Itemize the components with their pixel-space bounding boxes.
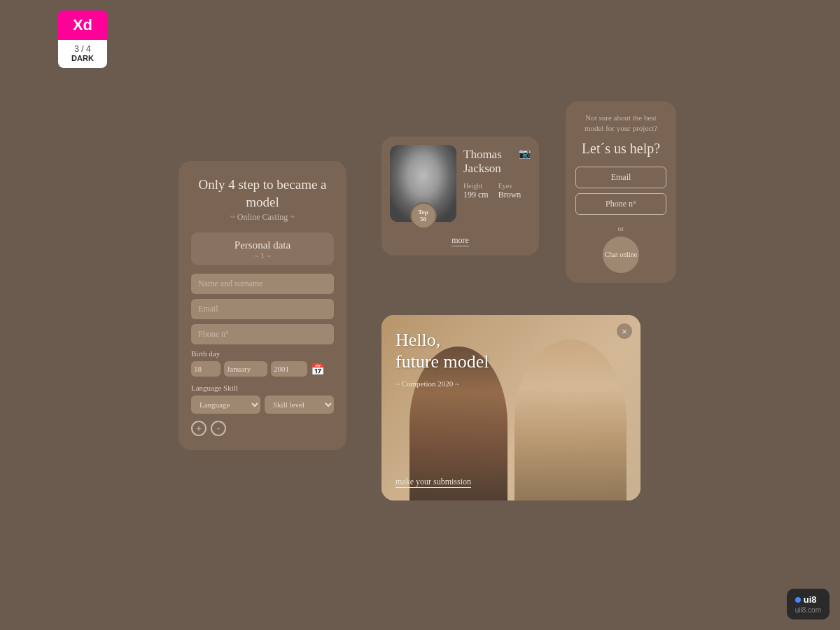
year-select[interactable]: 2001 [271, 361, 307, 377]
section-header: Personal data ~ 1 ~ [191, 232, 334, 265]
email-button[interactable]: Email [575, 167, 666, 188]
banner-title: Hello, future model [396, 329, 489, 372]
eyes-label: Eyes [498, 182, 522, 190]
remove-language-button[interactable]: - [211, 421, 226, 436]
birthday-label: Birth day [191, 349, 334, 358]
model-stats: Height 199 cm Eyes Brown [463, 182, 531, 200]
banner-content: Hello, future model ~ Competion 2020 ~ [396, 329, 489, 388]
add-language-button[interactable]: + [191, 421, 206, 436]
form-subtitle: ~ Online Casting ~ [191, 212, 334, 223]
model-name: Thomas Jackson [463, 148, 519, 176]
ui8-watermark: ui8 uil8.com [787, 589, 830, 620]
ui8-top: ui8 [795, 594, 821, 605]
ui8-text: ui8 [804, 594, 817, 605]
chat-button[interactable]: Chat online [603, 237, 639, 273]
xd-icon: Xd [58, 10, 107, 40]
ui8-dot-icon [795, 597, 801, 603]
name-input[interactable] [191, 274, 334, 294]
section-num: ~ 1 ~ [191, 251, 334, 260]
banner-face-right [514, 340, 626, 500]
submission-link[interactable]: make your submission [396, 477, 471, 488]
instagram-icon[interactable]: 📷 [519, 148, 531, 160]
model-name-row: Thomas Jackson 📷 [463, 148, 531, 176]
xd-page-info: 3 / 4 [58, 44, 107, 54]
height-stat: Height 199 cm [463, 182, 489, 200]
close-button[interactable]: × [617, 323, 632, 339]
help-card: Not sure about the best model for your p… [566, 102, 676, 283]
language-select[interactable]: Language [191, 396, 260, 414]
banner-tag: ~ Competion 2020 ~ [396, 379, 489, 388]
month-select[interactable]: January [224, 361, 267, 377]
or-label: or [575, 224, 666, 232]
eyes-stat: Eyes Brown [498, 182, 522, 200]
email-input[interactable] [191, 299, 334, 319]
model-info: Thomas Jackson 📷 Height 199 cm Eyes Brow… [463, 145, 531, 200]
height-value: 199 cm [463, 190, 489, 200]
xd-theme: DARK [58, 54, 107, 62]
badge-num-label: 50 [420, 216, 426, 223]
model-more-link[interactable]: more [451, 235, 469, 246]
chat-label: Chat online [605, 250, 637, 259]
xd-badge: Xd 3 / 4 DARK [58, 10, 107, 68]
section-title: Personal data [191, 239, 334, 251]
badge-top-label: Top [418, 209, 428, 216]
phone-button[interactable]: Phone n° [575, 193, 666, 215]
language-row: Language Skill level [191, 396, 334, 414]
model-top-badge: Top 50 [410, 202, 437, 229]
height-label: Height [463, 182, 489, 190]
calendar-icon[interactable]: 📅 [311, 363, 325, 376]
model-more-section: more [390, 229, 531, 247]
day-select[interactable]: 18 [191, 361, 220, 377]
skill-select[interactable]: Skill level [265, 396, 334, 414]
banner-card: Hello, future model ~ Competion 2020 ~ m… [382, 315, 640, 500]
help-subtitle: Not sure about the best model for your p… [575, 113, 666, 134]
add-remove-row: + - [191, 421, 334, 436]
phone-input[interactable] [191, 324, 334, 344]
model-card: Top 50 Thomas Jackson 📷 Height 199 cm Ey… [382, 136, 539, 255]
model-top-section: Top 50 Thomas Jackson 📷 Height 199 cm Ey… [390, 145, 531, 222]
ui8-subtext: uil8.com [795, 606, 821, 614]
model-photo-wrap: Top 50 [390, 145, 456, 222]
personal-data-card: Only 4 step to became a model ~ Online C… [178, 161, 346, 450]
eyes-value: Brown [498, 190, 522, 200]
form-title: Only 4 step to became a model [191, 176, 334, 211]
help-title: Let´s us help? [575, 140, 666, 157]
birthday-row: 18 January 2001 📅 [191, 361, 334, 377]
language-label: Language Skill [191, 384, 334, 392]
